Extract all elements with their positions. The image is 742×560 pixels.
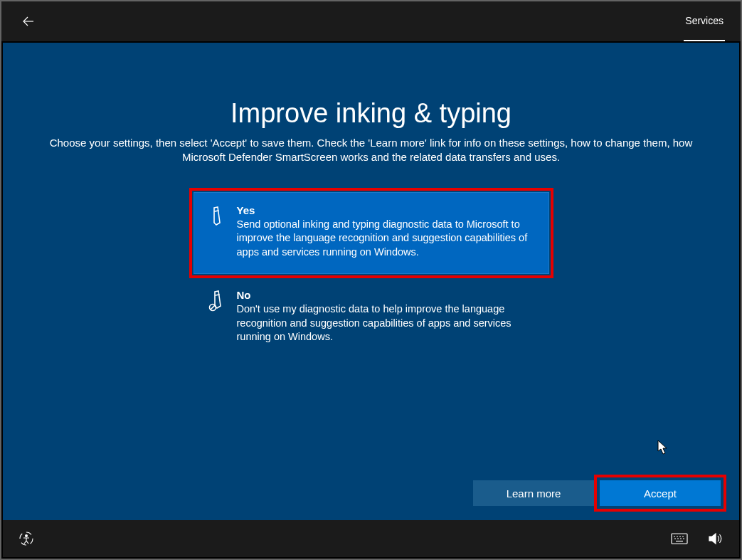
options-group: Yes Send optional inking and typing diag… [194, 192, 549, 359]
keyboard-icon [671, 533, 688, 544]
option-yes[interactable]: Yes Send optional inking and typing diag… [194, 192, 549, 275]
svg-line-2 [216, 295, 219, 295]
oobe-window: Services Improve inking & typing Choose … [0, 0, 742, 560]
option-yes-desc: Send optional inking and typing diagnost… [237, 218, 536, 260]
volume-icon [708, 532, 724, 545]
page-title: Improve inking & typing [3, 98, 739, 129]
header-bar: Services [1, 1, 741, 41]
back-arrow-icon [21, 14, 36, 28]
svg-line-1 [215, 211, 218, 211]
back-button[interactable] [17, 10, 40, 33]
svg-line-4 [211, 305, 215, 310]
option-no-desc: Don't use my diagnostic data to help imp… [237, 302, 536, 344]
main-panel: Improve inking & typing Choose your sett… [3, 43, 739, 520]
services-tab[interactable]: Services [684, 1, 725, 41]
footer-buttons: Learn more Accept [473, 480, 721, 506]
onscreen-keyboard-button[interactable] [671, 533, 688, 544]
option-yes-title: Yes [237, 204, 536, 216]
learn-more-button[interactable]: Learn more [473, 480, 594, 506]
accept-button[interactable]: Accept [600, 480, 721, 506]
option-no-text: No Don't use my diagnostic data to help … [228, 289, 536, 344]
pen-disabled-icon [208, 289, 228, 344]
accessibility-icon [18, 531, 34, 546]
cursor-icon [657, 440, 669, 458]
accept-highlight: Accept [600, 480, 721, 506]
volume-button[interactable] [708, 532, 724, 545]
bottom-bar-right [671, 532, 724, 545]
pen-icon [208, 204, 228, 260]
svg-rect-7 [672, 534, 687, 544]
bottom-task-bar [3, 520, 739, 557]
option-no-title: No [237, 289, 536, 301]
option-yes-text: Yes Send optional inking and typing diag… [228, 204, 536, 260]
ease-of-access-button[interactable] [18, 531, 34, 546]
page-subtitle: Choose your settings, then select 'Accep… [44, 136, 699, 165]
svg-point-6 [26, 535, 28, 537]
option-no[interactable]: No Don't use my diagnostic data to help … [194, 280, 549, 359]
